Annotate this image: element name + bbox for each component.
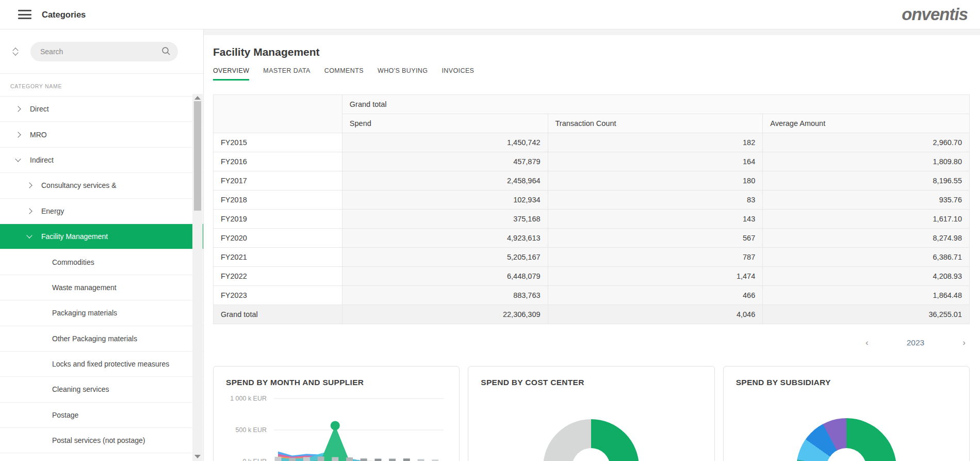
tab-master-data[interactable]: MASTER DATA	[263, 67, 310, 81]
chart-cards: SPEND BY MONTH AND SUPPLIER 1 000 k EUR5…	[213, 366, 970, 461]
sidebar-item-consultancy-services[interactable]: Consultancy services &	[0, 173, 203, 198]
row-label: FY2017	[214, 171, 342, 190]
sidebar-item-energy[interactable]: Energy	[0, 199, 203, 224]
category-sidebar: CATEGORY NAME Direct MRO Indirect Consul…	[0, 29, 204, 461]
avg-cell: 4,208.93	[763, 267, 970, 286]
sidebar-item-other-packaging-materials[interactable]: Other Packaging materials	[0, 326, 203, 352]
scrollbar-thumb[interactable]	[194, 101, 201, 211]
spend-cell: 5,205,167	[342, 248, 548, 267]
page-title: Facility Management	[213, 46, 970, 58]
sidebar-item-label: Cleaning services	[52, 385, 109, 393]
row-label: FY2018	[214, 190, 342, 210]
sidebar-item-commodities[interactable]: Commodities	[0, 249, 203, 275]
sidebar-item-packaging-materials[interactable]: Packaging materials	[0, 300, 203, 326]
subsidiary-donut-chart	[796, 418, 896, 461]
chevron-down-icon	[15, 156, 21, 162]
menu-icon[interactable]	[18, 10, 31, 19]
chevron-right-icon	[15, 106, 21, 112]
sidebar-item-label: Waste management	[52, 283, 117, 292]
row-label: FY2020	[214, 229, 342, 248]
spend-cell: 4,923,613	[342, 229, 548, 248]
card-title: SPEND BY SUBSIDIARY	[736, 378, 957, 387]
table-group-header-row: Grand total	[214, 95, 970, 114]
tab-comments[interactable]: COMMENTS	[324, 67, 364, 81]
card-title: SPEND BY COST CENTER	[481, 378, 701, 387]
chevron-right-icon	[26, 208, 32, 214]
sidebar-item-direct[interactable]: Direct	[0, 97, 203, 122]
column-header-spend: Spend	[342, 114, 548, 133]
spend-cell: 6,448,079	[342, 267, 548, 286]
count-cell: 83	[548, 190, 763, 210]
sidebar-item-indirect[interactable]: Indirect	[0, 148, 203, 173]
count-cell: 182	[548, 133, 763, 152]
previous-year-icon[interactable]: ‹	[861, 337, 873, 349]
row-label: Grand total	[214, 305, 342, 324]
card-spend-by-cost-center: SPEND BY COST CENTER	[468, 366, 714, 461]
avg-cell: 1,864.48	[763, 286, 970, 305]
sidebar-item-mro[interactable]: MRO	[0, 122, 203, 147]
spend-cell: 883,763	[342, 286, 548, 305]
donut-hole	[826, 448, 867, 461]
avg-cell: 36,255.01	[763, 305, 970, 324]
sidebar-item-facility-management[interactable]: Facility Management	[0, 224, 203, 249]
tab-invoices[interactable]: INVOICES	[442, 67, 474, 81]
year-pager: ‹ 2023 ›	[861, 332, 970, 353]
column-header-transaction-count: Transaction Count	[548, 114, 763, 133]
unfold-icon[interactable]	[12, 49, 19, 55]
table-row: FY2020 4,923,613 567 8,274.98	[214, 229, 970, 248]
count-cell: 180	[548, 171, 763, 190]
count-cell: 143	[548, 210, 763, 229]
sidebar-item-locks-and-fixed-protective-measures[interactable]: Locks and fixed protective measures	[0, 352, 203, 377]
row-label: FY2016	[214, 152, 342, 171]
sidebar-item-label: Postal services (not postage)	[52, 436, 145, 444]
current-year: 2023	[907, 338, 924, 347]
tab-overview[interactable]: OVERVIEW	[213, 67, 249, 81]
count-cell: 466	[548, 286, 763, 305]
cost-center-donut-chart	[543, 419, 639, 461]
sidebar-item-postage[interactable]: Postage	[0, 403, 203, 428]
card-spend-by-subsidiary: SPEND BY SUBSIDIARY	[723, 366, 970, 461]
tab-whos-buying[interactable]: WHO'S BUYING	[378, 67, 428, 81]
sidebar-item-label: Postage	[52, 411, 78, 419]
spend-cell: 22,306,309	[342, 305, 548, 324]
avg-cell: 6,386.71	[763, 248, 970, 267]
count-cell: 164	[548, 152, 763, 171]
svg-text:0 k EUR: 0 k EUR	[242, 458, 267, 461]
grand-total-table: Grand total Spend Transaction Count Aver…	[213, 94, 970, 324]
row-label: FY2021	[214, 248, 342, 267]
spend-cell: 457,879	[342, 152, 548, 171]
sidebar-item-cleaning-services[interactable]: Cleaning services	[0, 377, 203, 402]
row-label: FY2015	[214, 133, 342, 152]
table-row: FY2023 883,763 466 1,864.48	[214, 286, 970, 305]
spend-cell: 102,934	[342, 190, 548, 210]
sidebar-item-postal-services[interactable]: Postal services (not postage)	[0, 428, 203, 453]
avg-cell: 1,809.80	[763, 152, 970, 171]
table-row: FY2018 102,934 83 935.76	[214, 190, 970, 210]
sidebar-item-label: Packaging materials	[52, 309, 117, 317]
avg-cell: 8,274.98	[763, 229, 970, 248]
svg-text:1 000 k EUR: 1 000 k EUR	[230, 395, 267, 402]
next-year-icon[interactable]: ›	[958, 337, 970, 349]
spend-cell: 1,450,742	[342, 133, 548, 152]
sidebar-item-label: Locks and fixed protective measures	[52, 360, 169, 368]
avg-cell: 935.76	[763, 190, 970, 210]
table-row: FY2021 5,205,167 787 6,386.71	[214, 248, 970, 267]
tab-bar: OVERVIEW MASTER DATA COMMENTS WHO'S BUYI…	[213, 67, 970, 81]
sidebar-item-waste-management[interactable]: Waste management	[0, 275, 203, 300]
table-row: FY2015 1,450,742 182 2,960.70	[214, 133, 970, 152]
search-icon[interactable]	[161, 46, 171, 58]
scroll-down-icon[interactable]	[194, 455, 201, 458]
row-label: FY2022	[214, 267, 342, 286]
avg-cell: 2,960.70	[763, 133, 970, 152]
count-cell: 787	[548, 248, 763, 267]
sidebar-scrollbar[interactable]	[192, 94, 203, 461]
count-cell: 567	[548, 229, 763, 248]
search-input[interactable]	[30, 47, 154, 56]
card-spend-by-month-and-supplier: SPEND BY MONTH AND SUPPLIER 1 000 k EUR5…	[213, 366, 460, 461]
avg-cell: 8,196.55	[763, 171, 970, 190]
scroll-up-icon[interactable]	[194, 96, 201, 100]
sidebar-item-label: Consultancy services &	[41, 181, 117, 189]
donut-hole	[572, 448, 610, 461]
main-content: Facility Management OVERVIEW MASTER DATA…	[204, 29, 980, 461]
sidebar-item-label: MRO	[30, 131, 47, 139]
